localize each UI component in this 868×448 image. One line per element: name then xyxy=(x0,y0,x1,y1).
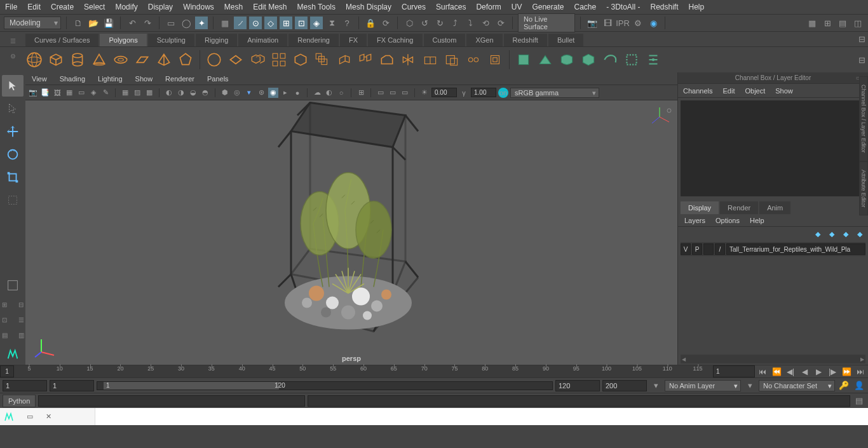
timeline-ruler[interactable]: 5101520253035404550556065707580859095100… xyxy=(14,365,713,377)
poly-separate-icon[interactable] xyxy=(270,51,288,69)
layer-new-selected-icon[interactable]: ◆ xyxy=(855,229,864,238)
poly-svg-icon[interactable] xyxy=(227,51,245,69)
last-tool[interactable] xyxy=(2,189,24,211)
shelf-tab-animation[interactable]: Animation xyxy=(238,34,287,46)
vp-image-icon[interactable]: 🖼 xyxy=(52,88,62,98)
vp-ex2-icon[interactable]: ▭ xyxy=(376,88,386,98)
shelf-gear-icon[interactable]: ⚙ xyxy=(6,50,19,62)
poly-pyramid-icon[interactable] xyxy=(155,51,173,69)
snap-plane-icon[interactable]: ◇ xyxy=(264,17,277,29)
cp6-icon[interactable]: ⟳ xyxy=(494,17,507,29)
vp-isolate-icon[interactable]: ⬢ xyxy=(220,88,230,98)
anim-layer-menu-icon[interactable]: ▾ xyxy=(743,379,756,392)
shelf-scrollleft-icon[interactable]: ⊟ xyxy=(855,32,868,45)
vp-light4-icon[interactable]: ◓ xyxy=(200,88,210,98)
menu-windows[interactable]: Windows xyxy=(183,3,214,11)
viewport-canvas[interactable]: persp xyxy=(25,100,677,365)
shelf-tab-rigging[interactable]: Rigging xyxy=(196,34,237,46)
vp-menu-show[interactable]: Show xyxy=(135,75,153,83)
construction-icon[interactable]: ⬡ xyxy=(403,17,416,29)
save-scene-icon[interactable]: 💾 xyxy=(102,17,115,29)
select-tool[interactable] xyxy=(2,75,24,97)
poly-detach-icon[interactable] xyxy=(623,51,641,69)
vp-exposure-icon[interactable]: ☀ xyxy=(419,88,430,98)
vp-film-icon[interactable]: ▭ xyxy=(76,88,86,98)
poly-bridge-icon[interactable] xyxy=(356,51,374,69)
vp-light2-icon[interactable]: ◑ xyxy=(176,88,186,98)
poly-multicut-icon[interactable] xyxy=(443,51,461,69)
poly-insert-edge-icon[interactable] xyxy=(421,51,439,69)
poly-bevel-icon[interactable] xyxy=(378,51,396,69)
vp-light1-icon[interactable]: ◐ xyxy=(164,88,174,98)
shelf-scrollright-icon[interactable]: ⊟ xyxy=(855,53,868,66)
anim-tab[interactable]: Anim xyxy=(759,201,790,214)
snap-view-icon[interactable]: ⊞ xyxy=(280,17,292,29)
vp-menu-view[interactable]: View xyxy=(32,75,47,83)
live-surface-select[interactable]: No Live Surface xyxy=(518,13,575,32)
layer-playback-toggle[interactable]: P xyxy=(692,243,702,255)
menu-modify[interactable]: Modify xyxy=(115,3,137,11)
step-forward-key-icon[interactable]: ⏩ xyxy=(841,367,851,377)
layer-move-up-icon[interactable]: ◆ xyxy=(813,229,822,238)
menu-mesh-tools[interactable]: Mesh Tools xyxy=(297,3,336,11)
poly-cone-icon[interactable] xyxy=(90,51,108,69)
poly-mirror-icon[interactable] xyxy=(400,51,417,69)
poly-merge-icon[interactable] xyxy=(644,51,662,69)
snap-center-icon[interactable]: ⊡ xyxy=(295,17,308,29)
vp-wireframe-icon[interactable]: ▦ xyxy=(120,88,130,98)
go-end-icon[interactable]: ⏭ xyxy=(855,367,865,377)
cp1-icon[interactable]: ↺ xyxy=(418,17,431,29)
vp-xray-icon[interactable]: ◎ xyxy=(232,88,242,98)
menu-mesh[interactable]: Mesh xyxy=(224,3,243,11)
maya-logo-icon[interactable] xyxy=(2,343,24,365)
vp-shadows-icon[interactable]: ⊛ xyxy=(256,88,266,98)
shelf-tab-curves[interactable]: Curves / Surfaces xyxy=(25,34,98,46)
poly-type-icon[interactable] xyxy=(205,51,223,69)
menu-select[interactable]: Select xyxy=(84,3,105,11)
render-seq-icon[interactable]: 🎞 xyxy=(601,17,614,29)
poly-connect-icon[interactable] xyxy=(601,51,619,69)
command-input[interactable] xyxy=(38,395,305,407)
shelf-tab-rendering[interactable]: Rendering xyxy=(288,34,339,46)
step-forward-icon[interactable]: |▶ xyxy=(827,367,837,377)
lasso-tool[interactable] xyxy=(2,98,24,119)
range-menu-icon[interactable]: ▾ xyxy=(649,379,662,392)
new-scene-icon[interactable]: 🗋 xyxy=(72,17,85,29)
poly-create-icon[interactable] xyxy=(536,51,554,69)
paint-select-icon[interactable]: ✦ xyxy=(195,17,208,29)
vp-joints-icon[interactable]: ▾ xyxy=(244,88,254,98)
vp-colorspace-select[interactable]: sRGB gamma xyxy=(510,88,599,98)
layer-type-toggle[interactable] xyxy=(703,243,714,255)
cp2-icon[interactable]: ↻ xyxy=(433,17,446,29)
menu-redshift[interactable]: Redshift xyxy=(651,3,679,11)
lock-icon[interactable]: 🔒 xyxy=(364,17,377,29)
menu-edit-mesh[interactable]: Edit Mesh xyxy=(253,3,287,11)
shelf-tab-sculpting[interactable]: Sculpting xyxy=(148,34,194,46)
poly-boolean-icon[interactable] xyxy=(313,51,331,69)
layers-options-menu[interactable]: Options xyxy=(715,217,740,224)
vp-ex3-icon[interactable]: ▭ xyxy=(388,88,398,98)
panel2-icon[interactable]: ⊞ xyxy=(821,17,834,29)
layers-menu[interactable]: Layers xyxy=(684,217,705,224)
play-back-icon[interactable]: ◀ xyxy=(799,367,810,377)
cp4-icon[interactable]: ⤵ xyxy=(464,17,477,29)
poly-extrude-icon[interactable] xyxy=(335,51,353,69)
layers-help-menu[interactable]: Help xyxy=(750,217,764,224)
menu-create[interactable]: Create xyxy=(51,3,74,11)
menu-curves[interactable]: Curves xyxy=(402,3,426,11)
shelf-tab-xgen[interactable]: XGen xyxy=(466,34,502,46)
step-back-icon[interactable]: ◀| xyxy=(785,367,796,377)
autokey-icon[interactable]: 🔑 xyxy=(837,379,850,392)
menu-help[interactable]: Help xyxy=(689,3,705,11)
step-back-key-icon[interactable]: ⏪ xyxy=(771,367,782,377)
playback-start-input[interactable] xyxy=(50,380,94,391)
vp-gate-icon[interactable]: ◈ xyxy=(88,88,98,98)
timeline-current-frame[interactable]: 1 xyxy=(713,365,755,377)
script-editor-icon[interactable]: ▤ xyxy=(853,395,865,407)
vp-light3-icon[interactable]: ◒ xyxy=(188,88,198,98)
poly-cube-icon[interactable] xyxy=(47,51,65,69)
rotate-tool[interactable] xyxy=(2,144,24,165)
anim-end-input[interactable] xyxy=(602,380,647,391)
side-tab-channelbox[interactable]: Channel Box / Layer Editor xyxy=(859,76,868,161)
poly-sphere-icon[interactable] xyxy=(25,51,43,69)
